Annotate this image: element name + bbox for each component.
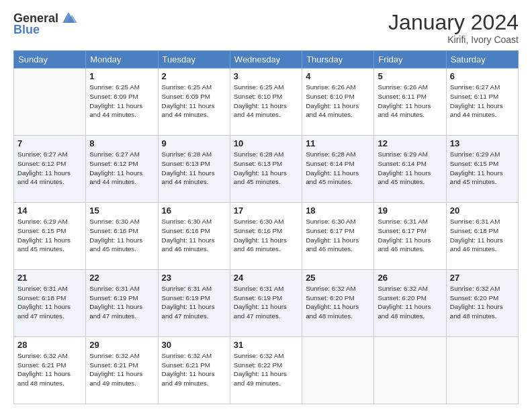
- day-number: 7: [17, 138, 82, 148]
- day-number: 1: [89, 71, 154, 81]
- header-day-tuesday: Tuesday: [158, 51, 230, 68]
- day-cell: 15Sunrise: 6:30 AM Sunset: 6:16 PM Dayli…: [86, 203, 158, 270]
- day-cell: 21Sunrise: 6:31 AM Sunset: 6:18 PM Dayli…: [14, 270, 86, 337]
- calendar-table: SundayMondayTuesdayWednesdayThursdayFrid…: [13, 50, 519, 404]
- day-number: 4: [306, 71, 370, 81]
- day-number: 13: [450, 138, 515, 148]
- day-cell: [446, 337, 518, 404]
- day-number: 8: [89, 138, 154, 148]
- header-day-friday: Friday: [374, 51, 446, 68]
- day-cell: 31Sunrise: 6:32 AM Sunset: 6:22 PM Dayli…: [230, 337, 302, 404]
- day-cell: 25Sunrise: 6:32 AM Sunset: 6:20 PM Dayli…: [302, 270, 374, 337]
- day-info: Sunrise: 6:26 AM Sunset: 6:10 PM Dayligh…: [306, 83, 370, 120]
- day-info: Sunrise: 6:32 AM Sunset: 6:20 PM Dayligh…: [306, 284, 370, 321]
- week-row-2: 7Sunrise: 6:27 AM Sunset: 6:12 PM Daylig…: [14, 136, 519, 203]
- day-number: 5: [378, 71, 442, 81]
- day-number: 31: [234, 340, 298, 350]
- header-day-sunday: Sunday: [14, 51, 86, 68]
- day-cell: 11Sunrise: 6:28 AM Sunset: 6:14 PM Dayli…: [302, 136, 374, 203]
- day-cell: [14, 68, 86, 136]
- day-info: Sunrise: 6:32 AM Sunset: 6:20 PM Dayligh…: [378, 284, 442, 321]
- day-info: Sunrise: 6:25 AM Sunset: 6:09 PM Dayligh…: [89, 83, 154, 120]
- day-number: 30: [162, 340, 226, 350]
- calendar-body: 1Sunrise: 6:25 AM Sunset: 6:09 PM Daylig…: [14, 68, 519, 404]
- day-cell: 19Sunrise: 6:31 AM Sunset: 6:17 PM Dayli…: [374, 203, 446, 270]
- week-row-1: 1Sunrise: 6:25 AM Sunset: 6:09 PM Daylig…: [14, 68, 519, 136]
- day-info: Sunrise: 6:29 AM Sunset: 6:14 PM Dayligh…: [378, 150, 442, 187]
- day-number: 28: [17, 340, 82, 350]
- day-number: 29: [89, 340, 154, 350]
- day-info: Sunrise: 6:32 AM Sunset: 6:21 PM Dayligh…: [17, 351, 82, 388]
- day-cell: 7Sunrise: 6:27 AM Sunset: 6:12 PM Daylig…: [14, 136, 86, 203]
- day-cell: 12Sunrise: 6:29 AM Sunset: 6:14 PM Dayli…: [374, 136, 446, 203]
- day-cell: 6Sunrise: 6:27 AM Sunset: 6:11 PM Daylig…: [446, 68, 518, 136]
- day-number: 19: [378, 205, 442, 216]
- day-cell: 28Sunrise: 6:32 AM Sunset: 6:21 PM Dayli…: [14, 337, 86, 404]
- day-cell: 17Sunrise: 6:30 AM Sunset: 6:16 PM Dayli…: [230, 203, 302, 270]
- day-number: 20: [450, 205, 515, 216]
- day-info: Sunrise: 6:31 AM Sunset: 6:18 PM Dayligh…: [450, 217, 515, 254]
- day-info: Sunrise: 6:32 AM Sunset: 6:21 PM Dayligh…: [162, 351, 226, 388]
- day-info: Sunrise: 6:32 AM Sunset: 6:20 PM Dayligh…: [450, 284, 515, 321]
- header-row: SundayMondayTuesdayWednesdayThursdayFrid…: [14, 51, 519, 68]
- day-number: 27: [450, 273, 515, 283]
- day-cell: 2Sunrise: 6:25 AM Sunset: 6:09 PM Daylig…: [158, 68, 230, 136]
- day-number: 22: [89, 273, 154, 283]
- header-day-saturday: Saturday: [446, 51, 518, 68]
- day-info: Sunrise: 6:30 AM Sunset: 6:16 PM Dayligh…: [89, 217, 154, 254]
- day-info: Sunrise: 6:30 AM Sunset: 6:16 PM Dayligh…: [162, 217, 226, 254]
- day-number: 9: [162, 138, 226, 148]
- logo-blue: Blue: [13, 23, 77, 37]
- day-number: 16: [162, 205, 226, 216]
- day-number: 21: [17, 273, 82, 283]
- day-number: 12: [378, 138, 442, 148]
- day-number: 25: [306, 273, 370, 283]
- title-block: January 2024 Kirifi, Ivory Coast: [388, 11, 519, 45]
- day-cell: 18Sunrise: 6:30 AM Sunset: 6:17 PM Dayli…: [302, 203, 374, 270]
- day-info: Sunrise: 6:29 AM Sunset: 6:15 PM Dayligh…: [450, 150, 515, 187]
- day-info: Sunrise: 6:29 AM Sunset: 6:15 PM Dayligh…: [17, 217, 82, 254]
- day-number: 18: [306, 205, 370, 216]
- header-day-wednesday: Wednesday: [230, 51, 302, 68]
- day-number: 23: [162, 273, 226, 283]
- day-cell: [302, 337, 374, 404]
- day-cell: 20Sunrise: 6:31 AM Sunset: 6:18 PM Dayli…: [446, 203, 518, 270]
- day-number: 2: [162, 71, 226, 81]
- calendar-title: January 2024: [388, 11, 519, 34]
- day-cell: 13Sunrise: 6:29 AM Sunset: 6:15 PM Dayli…: [446, 136, 518, 203]
- day-number: 10: [234, 138, 298, 148]
- day-info: Sunrise: 6:26 AM Sunset: 6:11 PM Dayligh…: [378, 83, 442, 120]
- day-cell: 3Sunrise: 6:25 AM Sunset: 6:10 PM Daylig…: [230, 68, 302, 136]
- day-number: 17: [234, 205, 298, 216]
- day-cell: 29Sunrise: 6:32 AM Sunset: 6:21 PM Dayli…: [86, 337, 158, 404]
- day-cell: 14Sunrise: 6:29 AM Sunset: 6:15 PM Dayli…: [14, 203, 86, 270]
- day-info: Sunrise: 6:27 AM Sunset: 6:11 PM Dayligh…: [450, 83, 515, 120]
- day-info: Sunrise: 6:32 AM Sunset: 6:22 PM Dayligh…: [234, 351, 298, 388]
- day-cell: 4Sunrise: 6:26 AM Sunset: 6:10 PM Daylig…: [302, 68, 374, 136]
- day-number: 11: [306, 138, 370, 148]
- day-info: Sunrise: 6:27 AM Sunset: 6:12 PM Dayligh…: [89, 150, 154, 187]
- day-number: 6: [450, 71, 515, 81]
- day-cell: 27Sunrise: 6:32 AM Sunset: 6:20 PM Dayli…: [446, 270, 518, 337]
- day-cell: 1Sunrise: 6:25 AM Sunset: 6:09 PM Daylig…: [86, 68, 158, 136]
- day-cell: 16Sunrise: 6:30 AM Sunset: 6:16 PM Dayli…: [158, 203, 230, 270]
- day-info: Sunrise: 6:31 AM Sunset: 6:19 PM Dayligh…: [89, 284, 154, 321]
- calendar-subtitle: Kirifi, Ivory Coast: [388, 34, 519, 45]
- day-info: Sunrise: 6:27 AM Sunset: 6:12 PM Dayligh…: [17, 150, 82, 187]
- day-info: Sunrise: 6:31 AM Sunset: 6:17 PM Dayligh…: [378, 217, 442, 254]
- day-cell: 22Sunrise: 6:31 AM Sunset: 6:19 PM Dayli…: [86, 270, 158, 337]
- day-cell: 5Sunrise: 6:26 AM Sunset: 6:11 PM Daylig…: [374, 68, 446, 136]
- header-day-thursday: Thursday: [302, 51, 374, 68]
- day-number: 26: [378, 273, 442, 283]
- day-info: Sunrise: 6:25 AM Sunset: 6:09 PM Dayligh…: [162, 83, 226, 120]
- page: General Blue January 2024 Kirifi, Ivory …: [0, 0, 532, 411]
- day-cell: 24Sunrise: 6:31 AM Sunset: 6:19 PM Dayli…: [230, 270, 302, 337]
- day-info: Sunrise: 6:32 AM Sunset: 6:21 PM Dayligh…: [89, 351, 154, 388]
- day-info: Sunrise: 6:28 AM Sunset: 6:14 PM Dayligh…: [306, 150, 370, 187]
- day-cell: [374, 337, 446, 404]
- day-info: Sunrise: 6:30 AM Sunset: 6:17 PM Dayligh…: [306, 217, 370, 254]
- day-info: Sunrise: 6:31 AM Sunset: 6:18 PM Dayligh…: [17, 284, 82, 321]
- day-cell: 23Sunrise: 6:31 AM Sunset: 6:19 PM Dayli…: [158, 270, 230, 337]
- logo: General Blue: [13, 11, 77, 37]
- day-info: Sunrise: 6:30 AM Sunset: 6:16 PM Dayligh…: [234, 217, 298, 254]
